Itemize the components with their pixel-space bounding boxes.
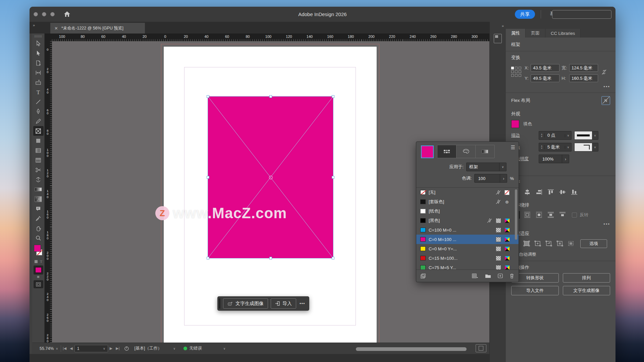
align-bottom-icon[interactable] — [570, 188, 579, 196]
generate-image-button[interactable]: 文字生成图像 — [563, 286, 610, 295]
collapse-panels-icon[interactable]: » — [502, 24, 503, 28]
horizontal-scrollbar[interactable] — [356, 347, 467, 351]
document-tab[interactable]: ✕ *未命名-1222 @ 56% [GPU 预览] — [50, 23, 145, 34]
taskbar-more-button[interactable]: ••• — [299, 301, 306, 306]
transform-more-options[interactable]: ••• — [511, 84, 610, 89]
screen-mode-button[interactable] — [34, 280, 43, 288]
new-swatch-icon[interactable] — [497, 273, 503, 279]
reference-point-selector[interactable] — [511, 67, 521, 77]
swatch-row[interactable]: [黑色] — [416, 216, 519, 225]
docked-panel-icon[interactable] — [494, 34, 502, 43]
fill-stroke-proxy[interactable] — [33, 244, 44, 259]
frame-handle[interactable] — [269, 257, 272, 259]
align-center-h-icon[interactable] — [523, 188, 532, 196]
wrap-next-icon[interactable] — [558, 211, 567, 219]
tab-properties[interactable]: 属性 — [506, 29, 526, 38]
hand-tool[interactable] — [33, 223, 44, 233]
next-page-button[interactable]: ▶ — [108, 346, 114, 351]
direct-selection-tool[interactable] — [33, 48, 44, 58]
color-tab[interactable] — [457, 145, 476, 158]
zoom-level-control[interactable]: 55.74%∨ — [37, 346, 61, 351]
text-wrap-more-options[interactable]: ••• — [511, 222, 610, 227]
page-tool[interactable] — [33, 58, 44, 68]
popup-menu-icon[interactable]: ☰ — [511, 144, 515, 150]
swatch-row[interactable]: [纸色] — [416, 206, 519, 216]
home-icon[interactable] — [63, 10, 71, 19]
fx-button[interactable]: fx. — [511, 167, 610, 172]
preflight-profile[interactable]: [基本]（工作） — [132, 346, 165, 351]
stroke-weight-stepper[interactable]: ∧∨ 0 点 ∨ — [539, 131, 572, 140]
import-button[interactable]: 导入 — [271, 298, 296, 309]
swatch-row[interactable]: [套版色]⊕ — [416, 197, 519, 206]
rectangle-tool[interactable] — [33, 136, 44, 145]
selection-tool[interactable] — [33, 39, 44, 48]
swatch-link-icon[interactable] — [420, 273, 426, 279]
horizontal-grid-tool[interactable] — [33, 145, 44, 155]
invert-checkbox[interactable] — [572, 213, 577, 218]
swatch-row[interactable]: C=0 M=0 Y=... — [416, 244, 519, 253]
minimize-window-button[interactable] — [42, 12, 46, 16]
first-page-button[interactable]: |◀ — [61, 346, 68, 351]
traffic-lights[interactable] — [34, 12, 55, 16]
fit-fill-icon[interactable] — [522, 240, 531, 248]
pencil-tool[interactable] — [33, 116, 44, 126]
height-field[interactable]: 160.5 毫米 — [569, 74, 598, 82]
swatches-tab[interactable] — [437, 145, 457, 158]
swatch-row[interactable]: C=15 M=100... — [416, 253, 519, 263]
line-tool[interactable] — [33, 97, 44, 107]
search-input[interactable] — [552, 10, 611, 19]
gap-tool[interactable] — [33, 68, 44, 77]
ruler-corner[interactable] — [45, 34, 52, 42]
chevron-down-icon[interactable]: ∨ — [223, 347, 226, 350]
formatting-toggles[interactable]: T — [34, 259, 42, 263]
fill-color-swatch[interactable] — [511, 120, 519, 128]
panel-expand-icon[interactable]: » — [33, 23, 34, 27]
import-file-button[interactable]: 导入文件 — [511, 286, 559, 295]
frame-handle[interactable] — [332, 257, 334, 259]
horizontal-ruler[interactable]: 1008060402002040608010012014016018020022… — [52, 34, 490, 42]
frame-handle[interactable] — [332, 95, 334, 98]
frame-handle[interactable] — [332, 176, 334, 179]
chevron-down-icon[interactable]: ∨ — [173, 347, 176, 350]
fill-swatch[interactable] — [34, 245, 41, 252]
corner-style-dropdown[interactable]: ∨ — [574, 143, 598, 152]
stroke-label[interactable]: 描边 — [511, 132, 539, 138]
generate-image-button[interactable]: 文字生成图像 — [223, 298, 268, 309]
gradient-feather-tool[interactable] — [33, 194, 44, 204]
trash-icon[interactable] — [509, 273, 515, 279]
share-button[interactable]: 共享 — [515, 10, 535, 19]
prev-page-button[interactable]: ◀ — [68, 346, 74, 351]
wrap-bounding-icon[interactable] — [523, 211, 532, 219]
page-view-icon[interactable] — [476, 344, 486, 352]
vertical-ruler[interactable]: 020406080100120140160180200220240260280 — [45, 41, 52, 343]
swatch-row[interactable]: C=100 M=0 ... — [416, 225, 519, 235]
preflight-status[interactable]: 无错误 — [181, 346, 205, 351]
page-number-field[interactable]: 1∨ — [74, 345, 108, 352]
fit-auto-icon[interactable] — [567, 240, 575, 248]
swatch-row[interactable]: C=75 M=5 Y... — [416, 263, 519, 270]
note-tool[interactable] — [33, 204, 44, 214]
frame-handle[interactable] — [207, 176, 209, 179]
gradient-tab[interactable] — [476, 145, 494, 158]
frame-tool[interactable] — [33, 126, 44, 136]
tools-grip[interactable]: |||||||| — [35, 35, 42, 37]
close-tab-icon[interactable]: ✕ — [54, 26, 58, 31]
tint-field[interactable]: 100 › — [474, 174, 507, 183]
wrap-object-icon[interactable] — [535, 211, 543, 219]
align-top-icon[interactable] — [546, 188, 555, 196]
tab-cc-libraries[interactable]: CC Libraries — [545, 29, 581, 38]
preflight-icon[interactable] — [121, 346, 132, 351]
folder-icon[interactable] — [485, 273, 491, 279]
corner-radius-stepper[interactable]: ∧∨ 5 毫米 ∨ — [539, 143, 572, 152]
taskbar-drag-handle[interactable] — [219, 298, 220, 309]
type-tool[interactable]: T — [33, 87, 44, 97]
swatch-view-icon[interactable] — [472, 273, 479, 279]
eyedropper-tool[interactable] — [33, 214, 44, 223]
align-right-icon[interactable] — [535, 188, 543, 196]
free-transform-tool[interactable] — [33, 175, 44, 184]
fit-frame-prop-icon[interactable] — [544, 240, 553, 248]
last-page-button[interactable]: ▶| — [114, 346, 121, 351]
frame-handle[interactable] — [207, 257, 209, 259]
swatch-list-scrollbar[interactable] — [515, 189, 517, 240]
gradient-tool[interactable] — [33, 184, 44, 194]
